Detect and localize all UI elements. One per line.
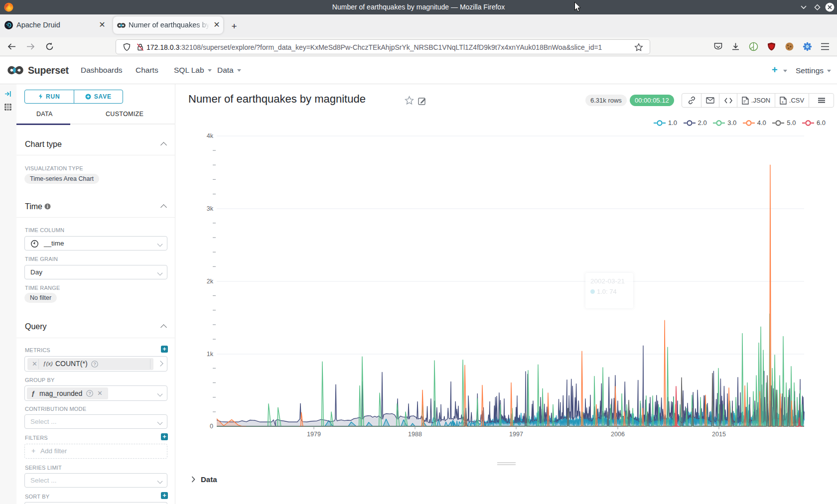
- svg-text:1997: 1997: [509, 431, 523, 438]
- svg-text:0: 0: [210, 423, 213, 430]
- svg-text:1988: 1988: [408, 431, 422, 438]
- svg-text:2006: 2006: [611, 431, 625, 438]
- svg-text:2k: 2k: [207, 278, 214, 285]
- svg-text:?: ?: [88, 391, 91, 396]
- svg-text:x: x: [782, 100, 784, 103]
- svg-text:1979: 1979: [307, 431, 321, 438]
- svg-text:?: ?: [93, 362, 96, 367]
- svg-text:4k: 4k: [207, 132, 214, 139]
- svg-text:1k: 1k: [207, 351, 214, 358]
- svg-text:3k: 3k: [207, 205, 214, 212]
- svg-text:2015: 2015: [712, 431, 726, 438]
